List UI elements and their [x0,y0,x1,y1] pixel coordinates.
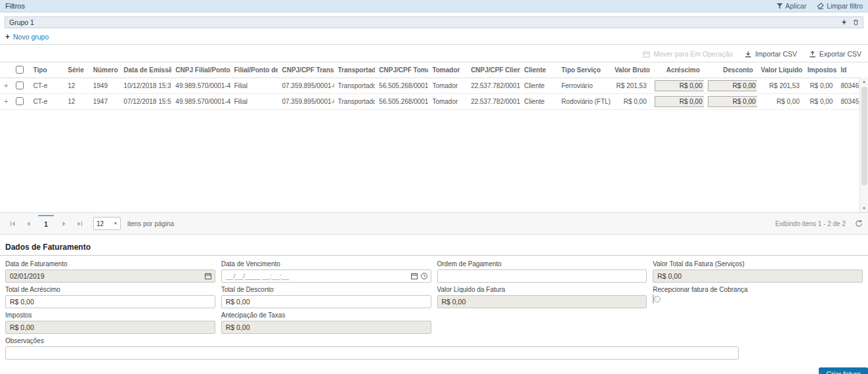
select-all-checkbox[interactable] [16,66,24,74]
page-number-current[interactable]: 1 [38,215,54,232]
first-page-button[interactable] [5,216,20,231]
data-faturamento-input[interactable] [5,269,215,283]
col-cnpj-transportador[interactable]: CNPJ/CPF Transportador [278,62,334,78]
import-csv-button[interactable]: Importar CSV [745,50,797,58]
row-checkbox[interactable] [16,97,24,105]
col-cnpj-cliente[interactable]: CNPJ/CPF Cliente [467,62,520,78]
scroll-down-icon[interactable]: ▼ [862,204,866,212]
cell-desconto [704,93,757,109]
impostos-label: Impostos [5,312,215,319]
col-tipo-servico[interactable]: Tipo Serviço [557,62,611,78]
filter-group-bar[interactable]: Grupo 1 + [5,16,863,28]
delete-group-button[interactable] [853,19,859,26]
move-icon [643,51,650,58]
col-id[interactable]: Id [836,62,859,78]
scroll-up-icon[interactable]: ▲ [862,78,866,85]
valor-total-label: Valor Total da Fatura (Serviços) [653,260,863,268]
clock-icon[interactable] [420,272,428,280]
col-numero[interactable]: Número [89,62,120,78]
cell-serie: 12 [64,93,89,109]
page-size-dropdown[interactable]: 12 ▼ [93,217,121,230]
cell-valor-liquido: R$ 0,00 [757,93,804,109]
total-acrescimo-input[interactable] [5,295,215,308]
plus-icon: + [5,33,10,41]
pager-status: Exibindo itens 1 - 2 de 2 [775,220,846,227]
observacoes-input[interactable] [5,346,739,360]
new-group-button[interactable]: + Novo grupo [5,33,49,41]
calendar-icon[interactable] [204,272,212,280]
col-valor-liquido[interactable]: Valor Líquido [757,62,804,78]
cell-acrescimo [651,78,704,93]
ordem-pagamento-input[interactable] [437,269,647,283]
col-valor-bruto[interactable]: Valor Bruto [611,62,651,78]
expand-row-button[interactable]: + [0,78,12,93]
clear-filter-button[interactable]: Limpar filtro [817,2,863,10]
export-icon [809,51,816,58]
acrescimo-input[interactable] [655,80,704,91]
cell-numero: 1949 [89,78,120,93]
next-page-button[interactable] [56,216,71,231]
field-recepcionar: Recepcionar fatura de Cobrança [653,286,863,308]
col-tomador[interactable]: Tomador [428,62,467,78]
cell-impostos: R$ 0,00 [804,93,837,109]
prev-page-button[interactable] [21,216,35,231]
table-row[interactable]: + CT-e 12 1949 10/12/2018 15:37 49.989.5… [0,78,859,93]
move-to-operation-button[interactable]: Mover para Em Operação [643,50,733,58]
expand-row-button[interactable]: + [0,93,12,109]
vertical-scrollbar[interactable]: ▲ ▼ [859,78,868,212]
scrollbar-thumb[interactable] [861,87,867,185]
cell-tomador: Tomador [428,93,467,109]
refresh-button[interactable] [855,220,863,227]
col-cnpj-filial[interactable]: CNPJ Filial/Ponto de Operaç... [171,62,230,78]
create-invoice-button[interactable]: Criar fatura [819,367,868,374]
apply-filter-label: Aplicar [785,2,806,10]
col-impostos[interactable]: Impostos [804,62,837,78]
recepcionar-toggle[interactable] [653,294,654,304]
desconto-input[interactable] [708,80,757,91]
expand-column-header [0,62,12,78]
total-acrescimo-label: Total de Acréscimo [5,286,215,293]
desconto-input[interactable] [708,96,757,107]
cell-cnpj-cliente: 22.537.782/0001-35 [467,78,520,93]
data-vencimento-input[interactable] [221,269,431,283]
antecipacao-label: Antecipação de Taxas [221,312,431,319]
prev-page-icon [26,221,32,227]
next-page-icon [61,221,67,227]
calendar-icon[interactable] [410,272,418,280]
col-cliente[interactable]: Cliente [520,62,557,78]
total-desconto-input[interactable] [221,295,431,308]
col-cnpj-tomador[interactable]: CNPJ/CPF Tomador [375,62,428,78]
col-filial[interactable]: Filial/Ponto de Operação [230,62,278,78]
cell-tomador: Tomador [428,78,467,93]
documents-table: Tipo Série Número Data de Emissão↓ CNPJ … [0,62,859,110]
field-impostos: Impostos [5,312,215,334]
spacer [653,312,863,334]
cell-tipo: CT-e [30,93,64,109]
export-csv-button[interactable]: Exportar CSV [809,50,861,58]
cell-serie: 12 [64,78,89,93]
col-transportador[interactable]: Transportador [334,62,376,78]
data-faturamento-label: Data de Faturamento [5,260,215,268]
recepcionar-label: Recepcionar fatura de Cobrança [653,286,863,293]
antecipacao-input [221,321,431,334]
col-tipo[interactable]: Tipo [30,62,64,78]
valor-liquido-label: Valor Líquido da Fatura [437,286,647,293]
apply-filter-button[interactable]: Aplicar [777,2,806,10]
cell-desconto [704,78,757,93]
acrescimo-input[interactable] [655,96,704,107]
cell-cnpj-cliente: 22.537.782/0001-35 [467,93,520,109]
field-total-desconto: Total de Desconto [221,286,431,308]
col-data-emissao[interactable]: Data de Emissão↓ [119,62,171,78]
last-page-button[interactable] [72,216,87,231]
pager: 1 12 ▼ itens por página Exibindo itens 1… [0,212,868,234]
select-all-header [12,62,29,78]
data-vencimento-label: Data de Vencimento [221,260,431,268]
cell-cnpj-filial: 49.989.570/0001-45 [171,93,230,109]
add-filter-condition-button[interactable]: + [842,18,846,26]
col-serie[interactable]: Série [64,62,89,78]
table-row[interactable]: + CT-e 12 1947 07/12/2018 15:55 49.989.5… [0,93,859,109]
col-acrescimo[interactable]: Acréscimo [651,62,704,78]
row-checkbox[interactable] [16,82,24,89]
funnel-icon [777,3,783,9]
col-desconto[interactable]: Desconto [704,62,757,78]
